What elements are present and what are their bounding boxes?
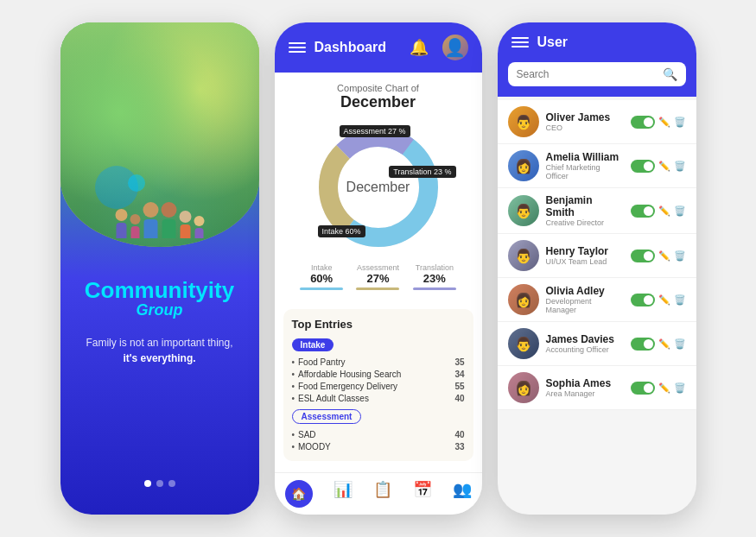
user-row-henry: 👨 Henry Taylor UI/UX Team Lead ✏️ 🗑️ bbox=[498, 234, 696, 278]
stats-row: Intake 60% Assessment 27% Translation 23… bbox=[285, 256, 472, 297]
dashboard-title: Dashboard bbox=[314, 40, 401, 55]
search-bar: 🔍 bbox=[498, 62, 696, 97]
user-header: User bbox=[498, 22, 696, 62]
chart-section: Composite Chart of December December Ass… bbox=[275, 73, 482, 304]
user-actions-henry: ✏️ 🗑️ bbox=[631, 250, 686, 262]
notification-icon[interactable]: 🔔 bbox=[410, 38, 429, 57]
entry-food-delivery: Food Emergency Delivery 55 bbox=[292, 380, 465, 392]
avatar-benjamin: 👨 bbox=[508, 195, 539, 226]
nav-users[interactable]: 👥 bbox=[453, 480, 472, 508]
user-name-benjamin: Benjamin Smith bbox=[546, 194, 624, 218]
delete-henry[interactable]: 🗑️ bbox=[674, 250, 686, 262]
edit-james[interactable]: ✏️ bbox=[658, 338, 670, 350]
user-hamburger-icon[interactable] bbox=[511, 37, 529, 47]
delete-sophia[interactable]: 🗑️ bbox=[674, 382, 686, 394]
dot-1[interactable] bbox=[144, 480, 151, 487]
user-role-oliver: CEO bbox=[546, 123, 624, 132]
donut-center-label: December bbox=[346, 180, 410, 195]
dot-3[interactable] bbox=[168, 480, 175, 487]
toggle-sophia[interactable] bbox=[631, 382, 655, 395]
user-info-oliver: Oliver James CEO bbox=[546, 111, 624, 132]
user-info-henry: Henry Taylor UI/UX Team Lead bbox=[546, 245, 624, 266]
edit-sophia[interactable]: ✏️ bbox=[658, 382, 670, 394]
decorative-circle-small bbox=[128, 174, 145, 192]
stat-translation-value: 23% bbox=[423, 272, 446, 285]
toggle-oliver[interactable] bbox=[631, 116, 655, 129]
avatar-sophia: 👩 bbox=[508, 372, 539, 403]
nav-home[interactable]: 🏠 bbox=[285, 480, 313, 508]
translation-label: Translation 23 % bbox=[389, 166, 455, 178]
hamburger-line-1 bbox=[289, 42, 306, 44]
edit-amelia[interactable]: ✏️ bbox=[658, 161, 670, 172]
avatar-james: 👨 bbox=[508, 328, 539, 359]
delete-benjamin[interactable]: 🗑️ bbox=[674, 205, 686, 217]
user-row-oliver: 👨 Oliver James CEO ✏️ 🗑️ bbox=[498, 100, 696, 144]
delete-amelia[interactable]: 🗑️ bbox=[674, 161, 686, 172]
top-entries-title: Top Entries bbox=[292, 318, 465, 331]
toggle-benjamin[interactable] bbox=[631, 205, 655, 218]
bottom-navbar: 🏠 📊 📋 📅 👥 bbox=[275, 472, 482, 515]
nav-calendar[interactable]: 📅 bbox=[413, 480, 432, 508]
nav-chart[interactable]: 📊 bbox=[334, 480, 353, 508]
user-actions-benjamin: ✏️ 🗑️ bbox=[631, 205, 686, 218]
entry-sad: SAD 40 bbox=[292, 428, 465, 440]
search-input-wrap: 🔍 bbox=[508, 62, 686, 86]
user-info-sophia: Sophia Ames Area Manager bbox=[546, 377, 624, 398]
edit-benjamin[interactable]: ✏️ bbox=[658, 205, 670, 217]
people-illustration bbox=[115, 202, 204, 238]
toggle-amelia[interactable] bbox=[631, 160, 655, 173]
entry-esl: ESL Adult Classes 40 bbox=[292, 392, 465, 404]
entry-moody: MOODY 33 bbox=[292, 440, 465, 452]
toggle-james[interactable] bbox=[631, 338, 655, 351]
user-row-olivia: 👩 Olivia Adley Development Manager ✏️ 🗑️ bbox=[498, 278, 696, 322]
entry-housing: Affordable Housing Search 34 bbox=[292, 368, 465, 380]
delete-james[interactable]: 🗑️ bbox=[674, 338, 686, 350]
top-entries-section: Top Entries Intake Food Pantry 35 Afford… bbox=[283, 309, 473, 461]
delete-oliver[interactable]: 🗑️ bbox=[674, 117, 686, 128]
user-actions-olivia: ✏️ 🗑️ bbox=[631, 294, 686, 306]
hamburger-line-3 bbox=[289, 51, 306, 53]
assessment-badge: Assessment bbox=[292, 409, 362, 424]
phone-community: Communityity Group Family is not an impo… bbox=[60, 22, 259, 515]
user-name-henry: Henry Taylor bbox=[546, 245, 624, 257]
chart-icon: 📊 bbox=[334, 480, 353, 499]
brand-subname: Group bbox=[85, 301, 234, 319]
intake-label: Intake 60% bbox=[318, 225, 365, 237]
user-row-sophia: 👩 Sophia Ames Area Manager ✏️ 🗑️ bbox=[498, 366, 696, 410]
user-name-james: James Davies bbox=[546, 333, 624, 345]
toggle-henry[interactable] bbox=[631, 250, 655, 262]
user-actions-oliver: ✏️ 🗑️ bbox=[631, 116, 686, 129]
brand-name: Communityity bbox=[85, 278, 234, 303]
hero-image bbox=[60, 22, 259, 247]
user-info-olivia: Olivia Adley Development Manager bbox=[546, 285, 624, 314]
dot-2[interactable] bbox=[156, 480, 163, 487]
stat-assessment-value: 27% bbox=[366, 272, 389, 285]
user-info-benjamin: Benjamin Smith Creative Director bbox=[546, 194, 624, 227]
user-row-benjamin: 👨 Benjamin Smith Creative Director ✏️ 🗑️ bbox=[498, 188, 696, 234]
avatar-oliver: 👨 bbox=[508, 106, 539, 137]
calendar-icon: 📅 bbox=[413, 480, 432, 499]
user-role-benjamin: Creative Director bbox=[546, 218, 624, 227]
edit-oliver[interactable]: ✏️ bbox=[658, 117, 670, 128]
user-actions-sophia: ✏️ 🗑️ bbox=[631, 382, 686, 395]
delete-olivia[interactable]: 🗑️ bbox=[674, 294, 686, 306]
edit-olivia[interactable]: ✏️ bbox=[658, 294, 670, 306]
hamburger-icon[interactable] bbox=[289, 42, 306, 53]
user-avatar-header[interactable]: 👤 bbox=[442, 35, 468, 60]
search-input[interactable] bbox=[517, 68, 658, 80]
user-page-title: User bbox=[537, 35, 569, 50]
hamburger-line-3 bbox=[511, 46, 529, 47]
stat-intake-value: 60% bbox=[310, 272, 333, 285]
phone-user: User 🔍 👨 Oliver James CEO ✏️ 🗑️ 👩 bbox=[498, 22, 696, 515]
search-button[interactable]: 🔍 bbox=[663, 67, 677, 81]
user-row-amelia: 👩 Amelia William Chief Marketing Officer… bbox=[498, 144, 696, 188]
user-role-olivia: Development Manager bbox=[546, 297, 624, 314]
nav-list[interactable]: 📋 bbox=[373, 480, 392, 508]
user-name-olivia: Olivia Adley bbox=[546, 285, 624, 297]
toggle-olivia[interactable] bbox=[631, 294, 655, 306]
user-name-oliver: Oliver James bbox=[546, 111, 624, 123]
stat-translation-label: Translation bbox=[416, 263, 454, 272]
tagline: Family is not an important thing, it's e… bbox=[86, 335, 232, 366]
edit-henry[interactable]: ✏️ bbox=[658, 250, 670, 262]
user-list: 👨 Oliver James CEO ✏️ 🗑️ 👩 Amelia Willia… bbox=[498, 97, 696, 515]
